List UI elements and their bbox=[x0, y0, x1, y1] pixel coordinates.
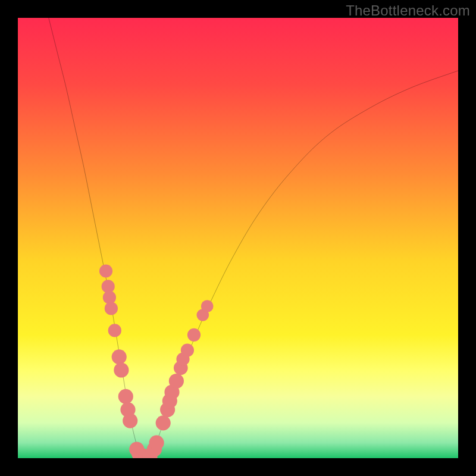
data-marker bbox=[169, 374, 184, 389]
plot-area bbox=[18, 18, 458, 458]
data-marker bbox=[123, 414, 137, 428]
curve-right-branch bbox=[150, 71, 458, 458]
data-marker bbox=[181, 344, 194, 357]
data-marker bbox=[114, 362, 129, 377]
data-marker bbox=[201, 300, 214, 312]
data-marker bbox=[112, 349, 127, 364]
data-marker bbox=[103, 291, 116, 304]
data-marker bbox=[149, 436, 164, 450]
curve-layer bbox=[18, 18, 458, 458]
data-marker bbox=[118, 389, 133, 404]
data-marker bbox=[187, 328, 201, 342]
data-marker bbox=[105, 302, 118, 315]
data-marker bbox=[156, 415, 171, 430]
data-marker bbox=[99, 264, 112, 277]
data-marker bbox=[108, 324, 121, 337]
watermark-text: TheBottleneck.com bbox=[346, 2, 470, 19]
chart-frame: TheBottleneck.com bbox=[0, 0, 476, 476]
